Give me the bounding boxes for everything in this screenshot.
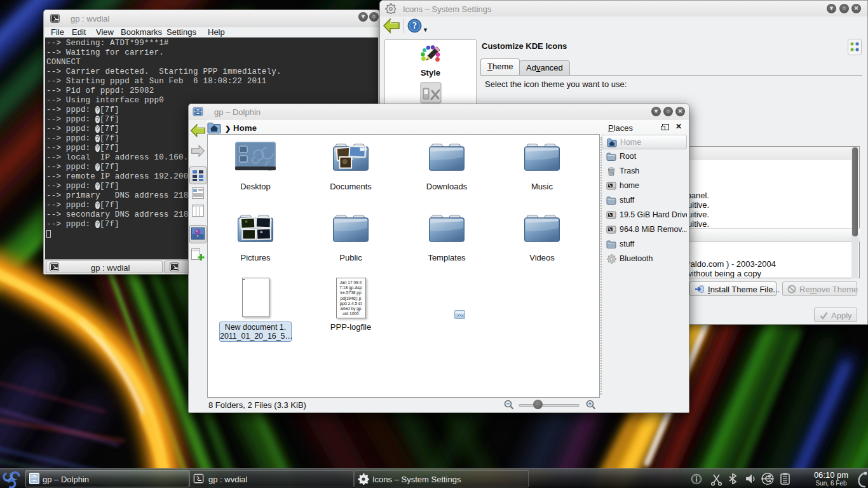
svg-text:?: ?	[412, 21, 417, 30]
